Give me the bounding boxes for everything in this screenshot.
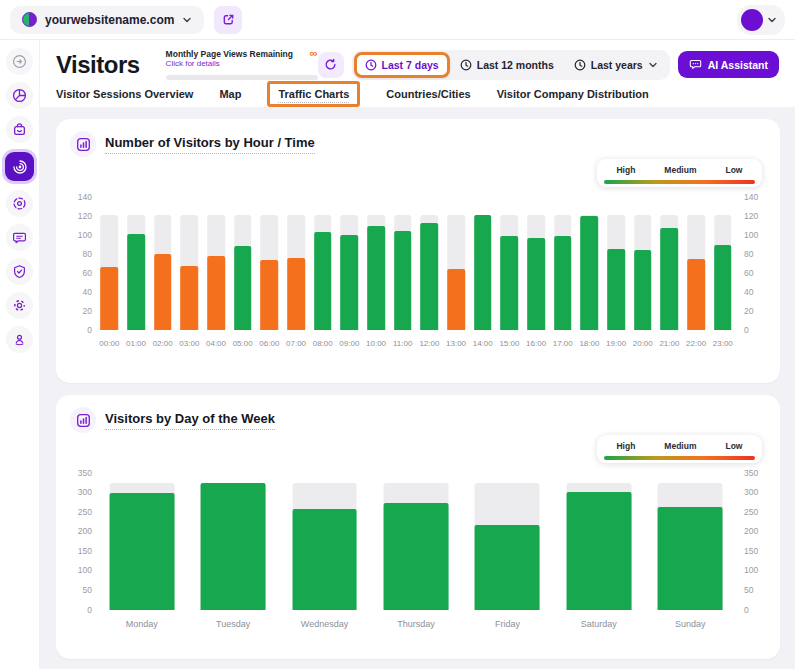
clock-icon	[574, 59, 586, 71]
bar-column[interactable]	[576, 197, 603, 330]
range-label: Last 7 days	[382, 59, 439, 71]
bar	[475, 525, 540, 609]
tab-countries-cities[interactable]: Countries/Cities	[386, 88, 470, 100]
sidebar-item-products[interactable]	[6, 116, 33, 143]
bar	[581, 216, 599, 330]
bar	[234, 246, 252, 330]
sidebar-item-dashboard[interactable]	[6, 82, 33, 109]
bar-column[interactable]	[203, 197, 230, 330]
range-last-12-months[interactable]: Last 12 months	[450, 53, 564, 77]
bar-column[interactable]	[462, 473, 553, 610]
bar-column[interactable]	[283, 197, 310, 330]
bar	[292, 509, 357, 610]
bar-column[interactable]	[176, 197, 203, 330]
chat-bubble-icon	[689, 58, 702, 71]
y-tick-label: 120	[744, 211, 758, 221]
bar-column[interactable]	[496, 197, 523, 330]
bar-column[interactable]	[96, 197, 123, 330]
bar-column[interactable]	[549, 197, 576, 330]
sidebar-item-tracking[interactable]	[6, 190, 33, 217]
bar	[384, 503, 449, 610]
bar-column[interactable]	[683, 197, 710, 330]
x-tick-label: Wednesday	[279, 619, 370, 629]
pageviews-progress-bar	[166, 75, 318, 80]
bar-column[interactable]	[645, 473, 736, 610]
bar-column[interactable]	[96, 473, 187, 610]
y-tick-label: 250	[78, 507, 92, 517]
pageviews-details-link[interactable]: Click for details	[166, 59, 293, 68]
y-tick-label: 200	[744, 526, 758, 536]
account-menu[interactable]	[737, 5, 785, 35]
chart-title: Number of Visitors by Hour / Time	[105, 135, 315, 154]
x-tick-label: 01:00	[123, 339, 150, 348]
bar-column[interactable]	[443, 197, 470, 330]
bar-column[interactable]	[416, 197, 443, 330]
y-tick-label: 100	[78, 230, 92, 240]
range-last-7-days[interactable]: Last 7 days	[354, 52, 450, 78]
y-axis-right: 020406080100120140	[736, 197, 766, 330]
bar-column[interactable]	[123, 197, 150, 330]
ai-assistant-button[interactable]: AI Assistant	[678, 51, 779, 78]
tab-traffic-charts[interactable]: Traffic Charts	[267, 81, 360, 107]
bar-column[interactable]	[629, 197, 656, 330]
sidebar-item-security[interactable]	[6, 258, 33, 285]
y-tick-label: 50	[744, 585, 753, 595]
bar	[474, 215, 492, 330]
bar-column[interactable]	[370, 473, 461, 610]
tab-visitor-sessions-overview[interactable]: Visitor Sessions Overview	[56, 88, 193, 100]
legend: High Medium Low	[597, 159, 762, 187]
chart-title: Visitors by Day of the Week	[105, 411, 275, 430]
bar-column[interactable]	[256, 197, 283, 330]
sidebar-item-settings[interactable]	[6, 292, 33, 319]
y-tick-label: 0	[87, 325, 92, 335]
x-tick-label: 10:00	[363, 339, 390, 348]
sidebar-item-visitors[interactable]	[5, 152, 34, 181]
legend: High Medium Low	[597, 435, 762, 463]
range-label: Last years	[591, 59, 643, 71]
y-axis-left: 020406080100120140	[70, 197, 96, 330]
y-tick-label: 300	[744, 487, 758, 497]
tab-visitor-company-distribution[interactable]: Visitor Company Distribution	[497, 88, 649, 100]
x-tick-label: 05:00	[229, 339, 256, 348]
x-tick-label: 14:00	[469, 339, 496, 348]
bar-column[interactable]	[469, 197, 496, 330]
legend-medium-label: Medium	[664, 441, 696, 451]
bar-column[interactable]	[336, 197, 363, 330]
x-tick-label: 03:00	[176, 339, 203, 348]
bar	[207, 256, 225, 329]
x-tick-label: 13:00	[443, 339, 470, 348]
site-selector[interactable]: yourwebsitename.com	[10, 6, 204, 34]
bar-column[interactable]	[309, 197, 336, 330]
bar	[154, 254, 172, 330]
bar-column[interactable]	[149, 197, 176, 330]
bar	[566, 492, 631, 609]
range-last-years-dropdown[interactable]: Last years	[564, 53, 668, 77]
sidebar-collapse-button[interactable]	[6, 48, 33, 75]
x-tick-label: Sunday	[645, 619, 736, 629]
y-tick-label: 250	[744, 507, 758, 517]
bar-column[interactable]	[709, 197, 736, 330]
sidebar-item-chat[interactable]	[6, 224, 33, 251]
legend-low-label: Low	[725, 441, 742, 451]
y-axis-left: 050100150200250300350	[70, 473, 96, 610]
bar-column[interactable]	[389, 197, 416, 330]
bar-column[interactable]	[553, 473, 644, 610]
bar	[367, 226, 385, 330]
tab-map[interactable]: Map	[219, 88, 241, 100]
chevron-down-icon	[648, 60, 658, 70]
open-site-button[interactable]	[214, 6, 242, 34]
bar-column[interactable]	[279, 473, 370, 610]
bar-column[interactable]	[229, 197, 256, 330]
bar-column[interactable]	[187, 473, 278, 610]
bar-chart-icon	[70, 407, 96, 433]
bar-column[interactable]	[603, 197, 630, 330]
x-tick-label: 16:00	[523, 339, 550, 348]
x-tick-label: 23:00	[709, 339, 736, 348]
x-tick-label: 12:00	[416, 339, 443, 348]
sidebar-item-location[interactable]	[6, 326, 33, 353]
bar-column[interactable]	[363, 197, 390, 330]
refresh-button[interactable]	[318, 52, 344, 78]
y-tick-label: 300	[78, 487, 92, 497]
bar-column[interactable]	[656, 197, 683, 330]
bar-column[interactable]	[523, 197, 550, 330]
